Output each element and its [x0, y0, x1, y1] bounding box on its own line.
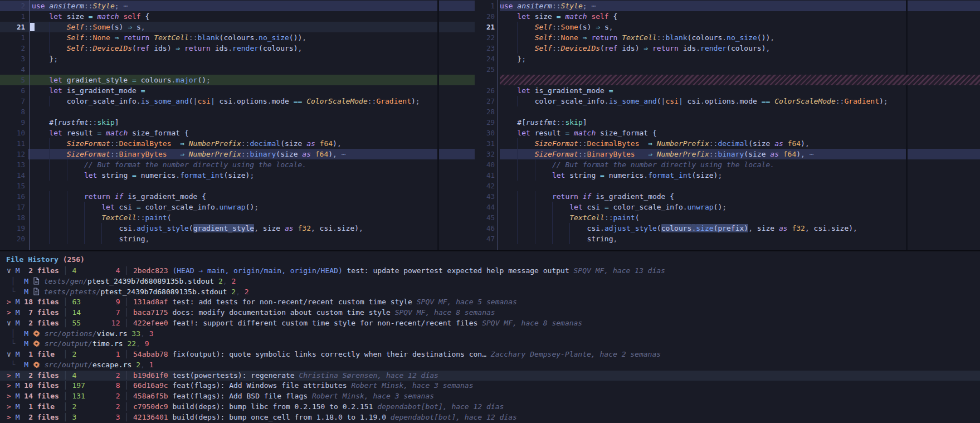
- code-line[interactable]: 7 color_scale_info.is_some_and(|csi| csi…: [0, 96, 475, 106]
- file-history-panel[interactable]: File History (256) ∨ M 2 files │ 4 4 │ 2…: [0, 251, 980, 423]
- code-line[interactable]: 45 TextCell::paint(: [475, 212, 980, 223]
- code-token: csi: [119, 224, 132, 232]
- code-token: .: [643, 171, 648, 179]
- chevron-right-icon[interactable]: >: [7, 381, 11, 390]
- code-line[interactable]: 1 let size = match self {: [0, 11, 475, 22]
- history-commit-row[interactable]: ∨ M 2 files │ 4 4 │ 2bedc823 (HEAD → mai…: [0, 266, 980, 276]
- history-text: [11, 308, 16, 317]
- code-line[interactable]: 24 };: [475, 54, 980, 64]
- code-line[interactable]: 14 let string = numerics.format_int(size…: [0, 170, 475, 181]
- history-commit-row[interactable]: > M 7 files │ 14 7 │ baca7175 docs: modi…: [0, 308, 980, 318]
- code-line[interactable]: 44 let csi = color_scale_info.unwrap();: [475, 202, 980, 212]
- code-token: return: [184, 44, 215, 52]
- history-commit-row[interactable]: > M 18 files │ 63 9 │ 131ad8af test: add…: [0, 297, 980, 308]
- code-line[interactable]: 25: [475, 64, 980, 75]
- line-number: 22: [475, 32, 495, 43]
- code-line[interactable]: 19 csi.adjust_style(gradient_style, size…: [0, 223, 475, 234]
- tree-guide: │: [7, 329, 24, 338]
- code-line[interactable]: 46 csi.adjust_style(colours.size(prefix)…: [475, 223, 980, 234]
- code-line[interactable]: 21 Self::Some(s) ⇒ s,: [475, 22, 980, 32]
- chevron-right-icon[interactable]: >: [7, 308, 11, 317]
- chevron-down-icon[interactable]: ∨: [7, 350, 11, 358]
- code-line[interactable]: 10 let result = match size_format {: [0, 128, 475, 138]
- code-line[interactable]: 4: [0, 64, 475, 75]
- code-token: f64: [315, 150, 328, 158]
- code-token: NumberPrefix: [657, 139, 709, 148]
- code-line[interactable]: 40 // But format the number directly usi…: [475, 159, 980, 170]
- history-file-row[interactable]: │ M src/options/view.rs 33, 3: [0, 329, 980, 339]
- code-token: string: [587, 235, 613, 243]
- code-line[interactable]: 30 let result = match size_format {: [475, 128, 980, 138]
- code-line[interactable]: 32 SizeFormat::BinaryBytes ⇒ NumberPrefi…: [475, 149, 980, 159]
- code-line[interactable]: 43 return if is_gradient_mode {: [475, 191, 980, 202]
- code-line[interactable]: 17 let csi = color_scale_info.unwrap();: [0, 202, 475, 212]
- chevron-right-icon[interactable]: >: [7, 413, 11, 421]
- code-line[interactable]: 21 Self::Some(s) ⇒ s,: [0, 22, 475, 32]
- code-line[interactable]: 16 return if is_gradient_mode {: [0, 191, 475, 202]
- code-line[interactable]: 26 let is_gradient_mode =: [475, 85, 980, 96]
- history-file-row[interactable]: └ M src/output/escape.rs 2, 1: [0, 360, 980, 371]
- history-commit-row[interactable]: ∨ M 1 file │ 2 1 │ 54abab78 fix(output):…: [0, 349, 980, 360]
- code-token: }: [517, 55, 521, 63]
- history-commit-row[interactable]: > M 14 files │ 131 2 │ 458a6f5b feat(fla…: [0, 391, 980, 402]
- chevron-right-icon[interactable]: >: [7, 402, 11, 411]
- history-file-row[interactable]: └ M src/output/time.rs 22, 9: [0, 339, 980, 349]
- code-line[interactable]: 1 Self::None ⇒ return TextCell::blank(co…: [0, 32, 475, 43]
- diff-pane-left[interactable]: 2use ansiterm::Style; ⋯1 let size = matc…: [0, 0, 475, 250]
- chevron-right-icon[interactable]: >: [7, 392, 11, 400]
- indent-guide: [32, 191, 49, 202]
- code-line[interactable]: 20 string,: [0, 234, 475, 244]
- indent-guide: [32, 138, 49, 149]
- code-line[interactable]: 2 Self::DeviceIDs(ref ids) ⇒ return ids.…: [0, 43, 475, 54]
- code-line[interactable]: 20 let size = match self {: [475, 11, 980, 22]
- diff-filler-line: [475, 75, 980, 85]
- code-line[interactable]: 28: [475, 106, 980, 117]
- chevron-down-icon[interactable]: ∨: [7, 266, 11, 275]
- code-line[interactable]: 29 #[rustfmt::skip]: [475, 117, 980, 128]
- code-line[interactable]: 9 #[rustfmt::skip]: [0, 117, 475, 128]
- diff-pane-right[interactable]: 1use ansiterm::Style; ⋯20 let size = mat…: [475, 0, 980, 250]
- code-line[interactable]: 47 string,: [475, 234, 980, 244]
- code-line[interactable]: 42: [475, 181, 980, 191]
- code-line[interactable]: 23 Self::DeviceIDs(ref ids) ⇒ return ids…: [475, 43, 980, 54]
- code-line[interactable]: 18 TextCell::paint(: [0, 212, 475, 223]
- indent-guide: [67, 170, 84, 181]
- line-number: 10: [0, 128, 25, 138]
- code-line[interactable]: 5 let gradient_style = colours.major();: [0, 75, 475, 85]
- code-line[interactable]: 2use ansiterm::Style; ⋯: [0, 1, 475, 11]
- code-token: as: [306, 139, 319, 148]
- code-text: Self::None ⇒ return TextCell::blank(colo…: [32, 32, 475, 43]
- code-line[interactable]: 6 let is_gradient_mode =: [0, 85, 475, 96]
- code-line[interactable]: 8: [0, 106, 475, 117]
- code-line[interactable]: 27 color_scale_info.is_some_and(|csi| cs…: [475, 96, 980, 106]
- code-line[interactable]: 12 SizeFormat::BinaryBytes ⇒ NumberPrefi…: [0, 149, 475, 159]
- code-line[interactable]: 41 let string = numerics.format_int(size…: [475, 170, 980, 181]
- code-line[interactable]: 15: [0, 181, 475, 191]
- separator: ,: [140, 329, 145, 338]
- chevron-down-icon[interactable]: ∨: [7, 319, 11, 327]
- code-token: Self: [535, 44, 552, 52]
- separator: │: [59, 350, 72, 358]
- history-file-row[interactable]: │ M tests/gen/ptest_2439b7d68089135b.std…: [0, 276, 980, 287]
- branch-refs: (HEAD → main, origin/main, origin/HEAD): [172, 266, 347, 275]
- separator: │: [120, 402, 133, 411]
- history-commit-row[interactable]: > M 1 file │ 2 2 │ c7950dc9 build(deps):…: [0, 402, 980, 412]
- code-token: NumberPrefix: [657, 150, 709, 158]
- code-line[interactable]: 11 SizeFormat::DecimalBytes ⇒ NumberPref…: [0, 138, 475, 149]
- code-line[interactable]: 22 Self::None ⇒ return TextCell::blank(c…: [475, 32, 980, 43]
- code-token: let: [49, 76, 66, 84]
- chevron-right-icon[interactable]: >: [7, 298, 11, 306]
- history-commit-row[interactable]: > M 2 files │ 4 2 │ b19d61f0 test(powert…: [0, 371, 980, 381]
- history-file-row[interactable]: └ M tests/ptests/ptest_2439b7d68089135b.…: [0, 287, 980, 298]
- history-commit-row[interactable]: ∨ M 2 files │ 55 12 │ 422efee0 feat!: su…: [0, 318, 980, 329]
- code-line[interactable]: 13 // But format the number directly usi…: [0, 159, 475, 170]
- history-commit-row[interactable]: > M 10 files │ 197 8 │ 66d16a9c feat(fla…: [0, 381, 980, 391]
- code-token: ;: [583, 2, 592, 10]
- chevron-right-icon[interactable]: >: [7, 371, 11, 380]
- indent-guide: [517, 202, 534, 212]
- code-line[interactable]: 31 SizeFormat::DecimalBytes ⇒ NumberPref…: [475, 138, 980, 149]
- code-line[interactable]: 3 };: [0, 54, 475, 64]
- code-token: ==: [762, 97, 774, 105]
- history-commit-row[interactable]: > M 2 files │ 3 3 │ 42136401 build(deps)…: [0, 412, 980, 423]
- code-line[interactable]: 1use ansiterm::Style; ⋯: [475, 1, 980, 11]
